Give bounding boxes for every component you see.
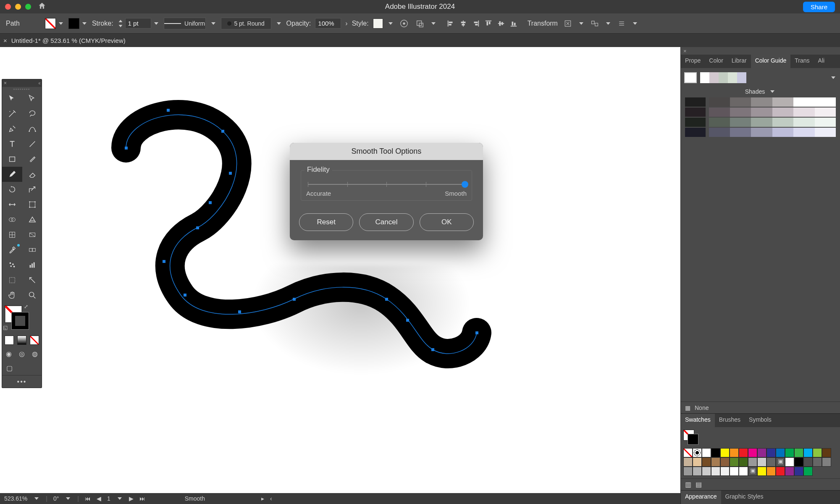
color-guide-cell-swatch[interactable]: [709, 128, 730, 137]
color-guide-cell-swatch[interactable]: [772, 118, 793, 127]
color-guide-cell-swatch[interactable]: [815, 118, 836, 127]
swatch-cell[interactable]: ▣: [776, 457, 785, 467]
swatch-libraries-icon[interactable]: ▥: [685, 480, 691, 488]
share-button[interactable]: Share: [803, 2, 835, 12]
color-guide-lead-swatch[interactable]: [685, 118, 706, 127]
swatch-cell[interactable]: [711, 448, 720, 457]
chevron-down-icon[interactable]: [387, 20, 394, 27]
artboard-nav-first-icon[interactable]: ⏮: [85, 495, 91, 502]
color-guide-cell-swatch[interactable]: [751, 128, 772, 137]
swatch-cell[interactable]: [720, 448, 730, 457]
chevron-down-icon[interactable]: [830, 74, 837, 81]
panel-tab-brushes[interactable]: Brushes: [715, 414, 745, 427]
swap-fill-stroke-icon[interactable]: ⤢: [24, 304, 28, 310]
magic-wand-tool[interactable]: [2, 106, 22, 121]
color-guide-cell-swatch[interactable]: [730, 97, 751, 107]
swatch-cell[interactable]: [683, 467, 693, 476]
variable-width-profile-dropdown[interactable]: Uniform: [164, 18, 206, 29]
align-right-icon[interactable]: [470, 18, 481, 29]
color-guide-cell-swatch[interactable]: [793, 108, 814, 117]
opacity-arrow-icon[interactable]: ›: [345, 20, 347, 27]
fidelity-slider-thumb[interactable]: [462, 181, 468, 188]
direct-selection-tool[interactable]: [22, 91, 42, 106]
swatch-cell[interactable]: [730, 457, 739, 467]
chevron-down-icon[interactable]: [81, 20, 88, 27]
brush-definition-dropdown[interactable]: 5 pt. Round: [221, 18, 271, 29]
graphic-style-swatch[interactable]: [373, 18, 383, 29]
swatch-cell[interactable]: [813, 457, 822, 467]
perspective-tool[interactable]: [22, 212, 42, 227]
home-icon[interactable]: [38, 2, 46, 12]
panel-tab-librar[interactable]: Librar: [727, 55, 751, 68]
chevron-down-icon[interactable]: [632, 20, 638, 27]
width-tool[interactable]: [2, 197, 22, 212]
swatch-cell[interactable]: [766, 457, 776, 467]
edit-toolbar-icon[interactable]: •••: [17, 378, 27, 386]
chevron-down-icon[interactable]: [578, 20, 585, 27]
artboard-number[interactable]: 1: [107, 495, 110, 502]
select-similar-icon[interactable]: [589, 18, 601, 29]
symbol-sprayer-tool[interactable]: [2, 257, 22, 273]
swatch-cell[interactable]: [785, 467, 794, 476]
swatch-cell[interactable]: ▣: [748, 467, 757, 476]
color-guide-base-swatch[interactable]: [684, 72, 697, 83]
color-guide-cell-swatch[interactable]: [793, 97, 814, 107]
canvas[interactable]: [0, 47, 680, 504]
fill-control[interactable]: [45, 18, 64, 29]
swatch-cell[interactable]: [803, 457, 813, 467]
color-guide-lead-swatch[interactable]: [685, 97, 706, 107]
minimize-window-button[interactable]: [15, 4, 21, 10]
panel-close-icon[interactable]: ×: [683, 48, 687, 54]
blend-tool[interactable]: [22, 242, 42, 257]
color-guide-cell-swatch[interactable]: [815, 108, 836, 117]
swatch-cell[interactable]: [794, 448, 803, 457]
mesh-tool[interactable]: [2, 227, 22, 242]
swatch-cell[interactable]: [693, 467, 702, 476]
panel-tab-swatches[interactable]: Swatches: [681, 414, 715, 427]
stroke-control[interactable]: [68, 18, 88, 29]
chevron-down-icon[interactable]: [276, 20, 282, 27]
color-mode-icon[interactable]: [5, 336, 14, 345]
rotate-tool[interactable]: [2, 182, 22, 197]
close-tab-icon[interactable]: ×: [3, 37, 7, 44]
chevron-down-icon[interactable]: [33, 495, 40, 502]
color-guide-cell-swatch[interactable]: [751, 108, 772, 117]
cancel-button[interactable]: Cancel: [359, 213, 413, 231]
transform-label[interactable]: Transform: [528, 20, 558, 27]
panel-tab-prope[interactable]: Prope: [681, 55, 705, 68]
swatch-cell[interactable]: [757, 448, 766, 457]
swatch-cell[interactable]: [803, 448, 813, 457]
shape-builder-tool[interactable]: [2, 212, 22, 227]
panel-tab-trans[interactable]: Trans: [790, 55, 814, 68]
swatch-cell[interactable]: [766, 448, 776, 457]
maximize-window-button[interactable]: [25, 4, 31, 10]
color-guide-cell-swatch[interactable]: [793, 118, 814, 127]
swatch-cell[interactable]: [693, 448, 702, 457]
color-guide-grid[interactable]: [684, 97, 837, 137]
panel-tab-ali[interactable]: Ali: [814, 55, 829, 68]
close-window-button[interactable]: [5, 4, 11, 10]
status-cursor-icon[interactable]: ▸: [261, 495, 264, 502]
swatch-grid[interactable]: ▣▣: [681, 446, 840, 478]
color-guide-cell-swatch[interactable]: [709, 108, 730, 117]
status-scroll-left-icon[interactable]: ‹: [270, 495, 272, 502]
rectangle-tool[interactable]: [2, 152, 22, 167]
color-guide-harmony-strip[interactable]: [700, 72, 746, 83]
chevron-down-icon[interactable]: [210, 20, 217, 27]
color-guide-cell-swatch[interactable]: [772, 128, 793, 137]
color-guide-cell-swatch[interactable]: [793, 128, 814, 137]
swatch-cell[interactable]: [720, 457, 730, 467]
curvature-tool[interactable]: [22, 121, 42, 136]
color-guide-cell-swatch[interactable]: [730, 108, 751, 117]
align-to-icon[interactable]: [414, 18, 426, 29]
stroke-weight-stepper[interactable]: [118, 18, 160, 29]
color-guide-strip-swatch[interactable]: [700, 72, 709, 83]
color-guide-cell-swatch[interactable]: [709, 118, 730, 127]
recolor-artwork-icon[interactable]: [398, 18, 410, 29]
swatch-cell[interactable]: [702, 457, 711, 467]
ok-button[interactable]: OK: [420, 213, 474, 231]
reset-button[interactable]: Reset: [299, 213, 353, 231]
color-guide-cell-swatch[interactable]: [751, 97, 772, 107]
swatch-cell[interactable]: [711, 457, 720, 467]
column-graph-tool[interactable]: [22, 257, 42, 273]
